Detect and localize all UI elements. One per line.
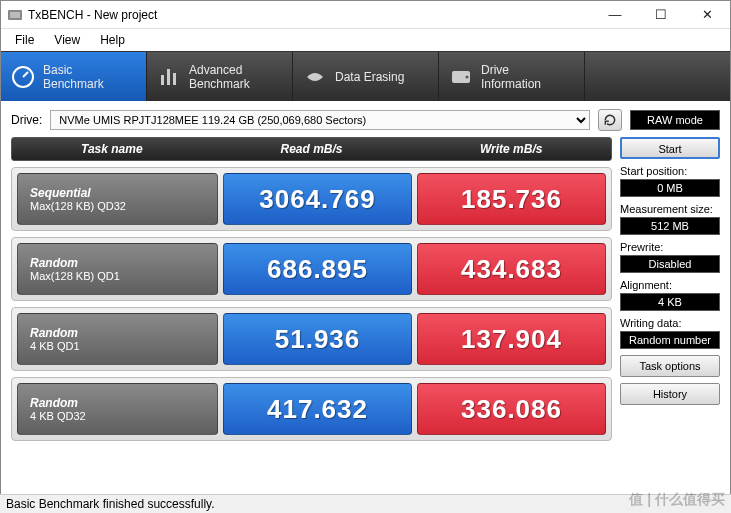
write-cell[interactable]: 336.086 (417, 383, 606, 435)
prewrite-label: Prewrite: (620, 241, 720, 253)
maximize-button[interactable]: ☐ (638, 1, 684, 29)
task-cell[interactable]: RandomMax(128 KB) QD1 (17, 243, 218, 295)
prewrite-value[interactable]: Disabled (620, 255, 720, 273)
task-options-button[interactable]: Task options (620, 355, 720, 377)
measurement-size-label: Measurement size: (620, 203, 720, 215)
results-header: Task name Read mB/s Write mB/s (11, 137, 612, 161)
read-cell[interactable]: 686.895 (223, 243, 412, 295)
task-cell[interactable]: Random4 KB QD1 (17, 313, 218, 365)
svg-rect-5 (173, 73, 176, 85)
write-cell[interactable]: 137.904 (417, 313, 606, 365)
reload-button[interactable] (598, 109, 622, 131)
task-cell[interactable]: Random4 KB QD32 (17, 383, 218, 435)
reload-icon (603, 113, 617, 127)
result-row: SequentialMax(128 KB) QD32 3064.769 185.… (11, 167, 612, 231)
minimize-button[interactable]: — (592, 1, 638, 29)
start-position-value[interactable]: 0 MB (620, 179, 720, 197)
window-title: TxBENCH - New project (28, 8, 592, 22)
menubar: File View Help (1, 29, 730, 51)
start-button[interactable]: Start (620, 137, 720, 159)
read-cell[interactable]: 3064.769 (223, 173, 412, 225)
svg-rect-4 (167, 69, 170, 85)
header-read: Read mB/s (212, 142, 412, 156)
start-position-label: Start position: (620, 165, 720, 177)
drive-bar: Drive: NVMe UMIS RPJTJ128MEE 119.24 GB (… (1, 101, 730, 137)
writing-data-value[interactable]: Random number (620, 331, 720, 349)
result-row: RandomMax(128 KB) QD1 686.895 434.683 (11, 237, 612, 301)
tab-basic-benchmark[interactable]: BasicBenchmark (1, 52, 147, 101)
app-icon (7, 7, 23, 23)
raw-mode-button[interactable]: RAW mode (630, 110, 720, 130)
svg-rect-1 (10, 12, 20, 18)
alignment-label: Alignment: (620, 279, 720, 291)
sidebar: Start Start position: 0 MB Measurement s… (620, 137, 720, 447)
svg-rect-3 (161, 75, 164, 85)
header-task: Task name (12, 142, 212, 156)
writing-data-label: Writing data: (620, 317, 720, 329)
erase-icon (303, 65, 327, 89)
main-tabs: BasicBenchmark AdvancedBenchmark Data Er… (1, 51, 730, 101)
tab-drive-information[interactable]: DriveInformation (439, 52, 585, 101)
results-panel: Task name Read mB/s Write mB/s Sequentia… (11, 137, 612, 447)
read-cell[interactable]: 417.632 (223, 383, 412, 435)
drive-icon (449, 65, 473, 89)
svg-point-7 (466, 75, 469, 78)
header-write: Write mB/s (411, 142, 611, 156)
read-cell[interactable]: 51.936 (223, 313, 412, 365)
result-row: Random4 KB QD1 51.936 137.904 (11, 307, 612, 371)
alignment-value[interactable]: 4 KB (620, 293, 720, 311)
menu-file[interactable]: File (5, 31, 44, 49)
menu-view[interactable]: View (44, 31, 90, 49)
write-cell[interactable]: 434.683 (417, 243, 606, 295)
result-row: Random4 KB QD32 417.632 336.086 (11, 377, 612, 441)
task-cell[interactable]: SequentialMax(128 KB) QD32 (17, 173, 218, 225)
drive-label: Drive: (11, 113, 42, 127)
titlebar: TxBENCH - New project — ☐ ✕ (1, 1, 730, 29)
measurement-size-value[interactable]: 512 MB (620, 217, 720, 235)
drive-select[interactable]: NVMe UMIS RPJTJ128MEE 119.24 GB (250,069… (50, 110, 590, 130)
tab-advanced-benchmark[interactable]: AdvancedBenchmark (147, 52, 293, 101)
tab-data-erasing[interactable]: Data Erasing (293, 52, 439, 101)
menu-help[interactable]: Help (90, 31, 135, 49)
gauge-icon (11, 65, 35, 89)
write-cell[interactable]: 185.736 (417, 173, 606, 225)
close-button[interactable]: ✕ (684, 1, 730, 29)
status-bar: Basic Benchmark finished successfully. (0, 494, 731, 513)
history-button[interactable]: History (620, 383, 720, 405)
equalizer-icon (157, 65, 181, 89)
